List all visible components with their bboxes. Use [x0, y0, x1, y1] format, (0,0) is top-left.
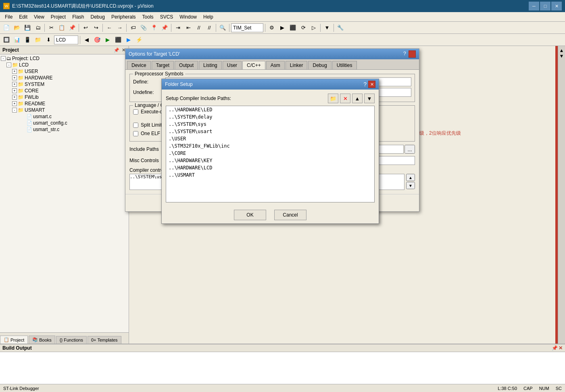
add-path-btn[interactable]: 📁 — [328, 94, 338, 103]
save-all-btn[interactable]: 🗂 — [33, 23, 43, 33]
menu-svcs[interactable]: SVCS — [157, 13, 177, 21]
undo-btn[interactable]: ↩ — [81, 23, 90, 33]
bookmark3-btn[interactable]: 📍 — [149, 23, 159, 33]
folder-cancel-btn[interactable]: Cancel — [274, 210, 306, 220]
expand-usmart[interactable]: - — [12, 108, 17, 113]
expand-core[interactable]: + — [12, 88, 17, 93]
tree-readme[interactable]: + 📁 README — [1, 100, 128, 107]
expand-hardware[interactable]: + — [12, 75, 17, 80]
minimize-button[interactable]: ─ — [529, 2, 539, 10]
folder-close-btn[interactable]: ✕ — [368, 81, 375, 88]
tb2-btn1[interactable]: 🔲 — [2, 35, 11, 45]
menu-view[interactable]: View — [31, 13, 48, 21]
paste-btn[interactable]: 📌 — [67, 23, 77, 33]
run-btn[interactable]: ▷ — [309, 23, 319, 33]
tree-usmart-str-c[interactable]: 📄 usmart_str.c — [1, 126, 128, 133]
compiler-scroll-up[interactable]: ▲ — [406, 174, 415, 181]
menu-window[interactable]: Window — [176, 13, 200, 21]
right-panel-arrow-up[interactable]: ▲ — [559, 48, 564, 53]
menu-debug[interactable]: Debug — [88, 13, 108, 21]
build-output-close[interactable]: ✕ — [559, 345, 563, 351]
expand-system[interactable]: + — [12, 82, 17, 87]
comment-btn[interactable]: // — [194, 23, 204, 33]
right-panel-arrow-down[interactable]: ▼ — [559, 53, 564, 59]
tab-functions[interactable]: {} Functions — [56, 336, 87, 344]
target-input[interactable] — [54, 35, 78, 44]
save-btn[interactable]: 💾 — [23, 23, 32, 33]
wrench-btn[interactable]: 🔧 — [336, 23, 345, 33]
tab-output[interactable]: Output — [175, 61, 198, 69]
tb2-btn6[interactable]: ◀ — [82, 35, 92, 45]
maximize-button[interactable]: □ — [540, 2, 550, 10]
tree-usmart[interactable]: - 📁 USMART — [1, 107, 128, 113]
build-output-pin[interactable]: 📌 — [552, 345, 558, 351]
reset-btn[interactable]: ⟳ — [298, 23, 308, 33]
compiler-scroll-down[interactable]: ▼ — [406, 182, 415, 189]
path-item-0[interactable]: ..\HARDWARE\LED — [166, 106, 374, 113]
bookmark-btn[interactable]: 🏷 — [128, 23, 138, 33]
tab-cc[interactable]: C/C++ — [242, 61, 265, 69]
menu-file[interactable]: File — [2, 13, 16, 21]
one-elf-checkbox[interactable] — [133, 131, 138, 136]
tab-utilities[interactable]: Utilities — [332, 61, 357, 69]
folder-ok-btn[interactable]: OK — [234, 210, 266, 220]
nav-fwd-btn[interactable]: → — [115, 23, 125, 33]
path-item-4[interactable]: .\USER — [166, 135, 374, 142]
path-item-2[interactable]: ..\SYSTEM\sys — [166, 121, 374, 128]
path-item-7[interactable]: ..\HARDWARE\KEY — [166, 157, 374, 164]
delete-path-btn[interactable]: ✕ — [340, 94, 350, 103]
indent-btn[interactable]: ⇥ — [173, 23, 183, 33]
tb2-btn5[interactable]: ⬇ — [44, 35, 53, 45]
nav-back-btn[interactable]: ← — [104, 23, 114, 33]
folder-help-icon[interactable]: ? — [363, 81, 367, 88]
tree-system[interactable]: + 📁 SYSTEM — [1, 81, 128, 88]
tab-device[interactable]: Device — [127, 61, 151, 69]
expand-user[interactable]: + — [12, 69, 17, 74]
bookmark2-btn[interactable]: 📎 — [139, 23, 148, 33]
path-item-5[interactable]: .\STM32F10x_FWLib\inc — [166, 142, 374, 150]
execute-only-checkbox[interactable] — [133, 109, 138, 115]
stop-btn[interactable]: ⬛ — [288, 23, 298, 33]
tree-root[interactable]: - 🗂 Project: LCD — [1, 55, 128, 62]
expand-lcd[interactable]: - — [6, 63, 11, 67]
menu-peripherals[interactable]: Peripherals — [108, 13, 139, 21]
split-limit-checkbox[interactable] — [133, 123, 138, 128]
copy-btn[interactable]: 📋 — [57, 23, 67, 33]
tb2-btn3[interactable]: 📱 — [23, 35, 32, 45]
tab-books[interactable]: 📚 Books — [29, 336, 55, 344]
tree-hardware[interactable]: + 📁 HARDWARE — [1, 75, 128, 81]
tree-core[interactable]: + 📁 CORE — [1, 88, 128, 94]
tab-templates[interactable]: 0+ Templates — [88, 336, 121, 344]
menu-project[interactable]: Project — [48, 13, 69, 21]
bookmark4-btn[interactable]: 📌 — [160, 23, 169, 33]
path-item-6[interactable]: .\CORE — [166, 150, 374, 157]
settings-btn[interactable]: ⚙ — [267, 23, 277, 33]
menu-flash[interactable]: Flash — [69, 13, 87, 21]
new-file-btn[interactable]: 📄 — [2, 23, 11, 33]
tree-user[interactable]: + 📁 USER — [1, 68, 128, 75]
tb2-build-btn[interactable]: ▶ — [103, 35, 113, 45]
path-item-1[interactable]: ..\SYSTEM\delay — [166, 113, 374, 121]
menu-help[interactable]: Help — [200, 13, 217, 21]
expand-readme[interactable]: + — [12, 101, 17, 106]
tab-user[interactable]: User — [223, 61, 242, 69]
search-btn[interactable]: 🔍 — [218, 23, 227, 33]
expand-fwlib[interactable]: + — [12, 95, 17, 100]
tb2-btn7[interactable]: 🎯 — [92, 35, 102, 45]
menu-edit[interactable]: Edit — [16, 13, 31, 21]
tree-usmart-config-c[interactable]: 📄 usmart_config.c — [1, 120, 128, 126]
tab-asm[interactable]: Asm — [266, 61, 285, 69]
sidebar-pin-btn[interactable]: 📌 — [113, 48, 120, 53]
path-item-9[interactable]: ..\USMART — [166, 171, 374, 179]
tb2-btn2[interactable]: 📊 — [12, 35, 22, 45]
tab-project[interactable]: 📋 Project — [0, 336, 28, 344]
open-btn[interactable]: 📂 — [12, 23, 22, 33]
tb2-btn4[interactable]: 📁 — [33, 35, 43, 45]
menu-tools[interactable]: Tools — [139, 13, 157, 21]
more-btn[interactable]: ▼ — [322, 23, 332, 33]
options-close-btn[interactable] — [409, 50, 416, 58]
tb2-run2-btn[interactable]: ▶ — [124, 35, 133, 45]
tree-lcd[interactable]: - 📁 LCD — [1, 62, 128, 68]
unindent-btn[interactable]: ⇤ — [183, 23, 193, 33]
uncomment-btn[interactable]: // — [204, 23, 214, 33]
